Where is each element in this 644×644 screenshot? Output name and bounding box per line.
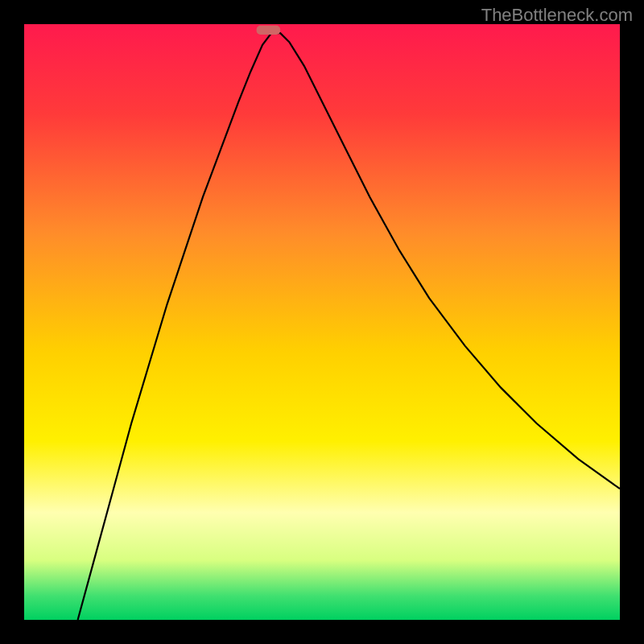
bottleneck-marker — [257, 26, 281, 35]
watermark-text: TheBottleneck.com — [481, 5, 633, 26]
chart-plot-area — [24, 24, 620, 620]
chart-svg — [24, 24, 620, 620]
chart-background — [24, 24, 620, 620]
